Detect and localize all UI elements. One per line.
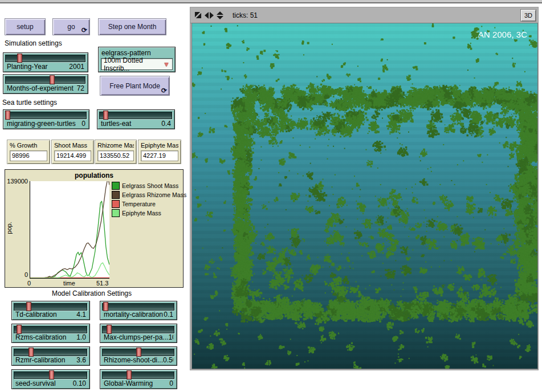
slider-value: 72 bbox=[77, 84, 84, 92]
monitor-label: Shoot Mass bbox=[54, 142, 91, 149]
seed-survival-slider[interactable]: seed-survival 0.10 bbox=[11, 369, 90, 389]
go-button-label: go bbox=[67, 23, 75, 31]
plot-legend: Eelgrass Shoot Mass Eelgrass Rhizome Mas… bbox=[112, 181, 186, 218]
slider-handle[interactable] bbox=[127, 370, 132, 379]
slider-value: 0.1 bbox=[164, 311, 173, 318]
td-calibration-slider[interactable]: Td-calibration 4.1 bbox=[11, 301, 90, 320]
chooser-dropdown[interactable]: 100m Dotted Inscrib... ▼ bbox=[101, 58, 173, 70]
y-axis-max-label: 139000 bbox=[5, 178, 28, 185]
step-one-month-button[interactable]: Step one Month bbox=[98, 18, 166, 35]
planting-year-slider[interactable]: Planting-Year 2001 bbox=[3, 52, 88, 72]
slider-track[interactable] bbox=[102, 303, 174, 311]
slider-track[interactable] bbox=[102, 326, 174, 333]
slider-label: mortality-calibration bbox=[104, 311, 163, 318]
legend-swatch-rhizome bbox=[112, 191, 120, 199]
monitor-value: 133550.52 bbox=[97, 150, 134, 161]
y-axis-title: pop. bbox=[6, 208, 13, 248]
legend-swatch-epiphyte bbox=[112, 209, 120, 217]
legend-entry: Epiphyte Mass bbox=[112, 209, 186, 218]
slider-label: migrating-green-turtles bbox=[7, 120, 76, 128]
slider-label: Planting-Year bbox=[7, 63, 48, 71]
slider-track[interactable] bbox=[99, 112, 172, 119]
slider-track[interactable] bbox=[5, 112, 87, 119]
global-warming-slider[interactable]: Global-Warming 0 bbox=[100, 369, 177, 389]
step-one-month-label: Step one Month bbox=[108, 23, 157, 31]
monitor-label: Epiphyte Mass bbox=[141, 142, 178, 149]
world-view-widget: ticks: 51 3D bbox=[190, 7, 539, 370]
slider-value: 0.50 bbox=[163, 356, 173, 364]
slider-label: turtles-eat bbox=[101, 120, 131, 128]
slider-track[interactable] bbox=[14, 371, 87, 379]
slider-label: Months-of-experiment bbox=[7, 84, 74, 92]
slider-track[interactable] bbox=[102, 349, 174, 356]
slider-handle[interactable] bbox=[28, 348, 34, 357]
world-canvas[interactable] bbox=[192, 23, 537, 369]
monitor-value: 98996 bbox=[10, 150, 47, 161]
legend-swatch-temperature bbox=[112, 200, 120, 208]
slider-label: Rzms-calibration bbox=[15, 333, 66, 341]
slider-label: Td-calibration bbox=[15, 311, 57, 318]
y-axis-min-label: 0 bbox=[5, 271, 28, 278]
growth-monitor: % Growth 98996 bbox=[7, 140, 50, 164]
legend-swatch-shoot bbox=[112, 182, 120, 190]
3d-view-button[interactable]: 3D bbox=[520, 9, 536, 22]
go-button[interactable]: go ⟳ bbox=[52, 18, 90, 35]
horizontal-arrows-icon[interactable] bbox=[205, 12, 214, 19]
view-header: ticks: 51 3D bbox=[190, 7, 538, 23]
shoot-mass-monitor: Shoot Mass 19214.499 bbox=[51, 140, 94, 164]
slider-value: 0 bbox=[169, 379, 173, 387]
free-plant-mode-label: Free Plant Mode bbox=[109, 82, 160, 90]
slider-track[interactable] bbox=[102, 371, 174, 379]
mortality-calibration-slider[interactable]: mortality-calibration 0.1 bbox=[100, 301, 177, 320]
slider-handle[interactable] bbox=[50, 75, 55, 84]
slider-track[interactable] bbox=[14, 326, 87, 333]
months-of-experiment-slider[interactable]: Months-of-experiment 72 bbox=[3, 74, 88, 94]
monitor-value: 19214.499 bbox=[54, 150, 91, 161]
simulation-settings-label: Simulation settings bbox=[5, 39, 62, 47]
plot-title: populations bbox=[5, 172, 183, 179]
slider-value: 1.0 bbox=[76, 333, 86, 341]
slider-label: Max-clumps-per-pa... bbox=[104, 333, 168, 341]
slider-value: 4.1 bbox=[76, 311, 86, 318]
turtles-eat-slider[interactable]: turtles-eat 0.4 bbox=[97, 109, 175, 129]
view-size-icon[interactable] bbox=[194, 11, 202, 19]
slider-track[interactable] bbox=[14, 349, 87, 356]
monitor-label: Rhizome Mass bbox=[97, 142, 134, 149]
forever-icon: ⟳ bbox=[81, 26, 87, 34]
rhizome-shoot-slider[interactable]: Rhizome-shoot-di... 0.50 bbox=[100, 346, 177, 366]
slider-handle[interactable] bbox=[103, 111, 108, 120]
slider-handle[interactable] bbox=[26, 302, 31, 311]
legend-entry: Eelgrass Rhizome Mass bbox=[112, 190, 186, 199]
slider-handle[interactable] bbox=[136, 348, 141, 357]
netlogo-app: setup go ⟳ Step one Month Simulation set… bbox=[0, 0, 542, 392]
slider-value: 0 bbox=[81, 120, 85, 128]
monitor-label: % Growth bbox=[10, 142, 47, 149]
slider-track[interactable] bbox=[5, 76, 85, 84]
max-clumps-slider[interactable]: Max-clumps-per-pa... 10 bbox=[100, 324, 177, 343]
migrating-green-turtles-slider[interactable]: migrating-green-turtles 0 bbox=[3, 109, 89, 129]
slider-handle[interactable] bbox=[17, 54, 22, 63]
populations-plot: populations 139000 0 pop. 0 time 51.3 Ee… bbox=[5, 169, 184, 288]
free-plant-mode-button[interactable]: Free Plant Mode ⟳ bbox=[100, 76, 170, 96]
setup-button[interactable]: setup bbox=[5, 18, 46, 35]
legend-label: Eelgrass Shoot Mass bbox=[122, 182, 178, 189]
legend-label: Eelgrass Rhizome Mass bbox=[122, 191, 186, 198]
slider-handle[interactable] bbox=[5, 111, 10, 120]
chooser-selected-value: 100m Dotted Inscrib... bbox=[104, 56, 163, 72]
x-axis-max-label: 51.3 bbox=[96, 280, 108, 287]
rzms-calibration-slider[interactable]: Rzms-calibration 1.0 bbox=[11, 324, 90, 343]
vertical-arrows-icon[interactable] bbox=[217, 11, 223, 19]
rhizome-mass-monitor: Rhizome Mass 133550.52 bbox=[95, 140, 137, 164]
slider-handle[interactable] bbox=[49, 370, 54, 379]
slider-track[interactable] bbox=[14, 303, 87, 311]
slider-track[interactable] bbox=[5, 55, 85, 62]
slider-handle[interactable] bbox=[107, 325, 112, 334]
slider-label: Global-Warming bbox=[104, 379, 153, 387]
monitor-value: 4227.19 bbox=[141, 150, 178, 161]
ticks-counter: ticks: 51 bbox=[233, 11, 258, 19]
slider-handle[interactable] bbox=[103, 302, 108, 311]
slider-handle[interactable] bbox=[17, 325, 22, 334]
plot-canvas bbox=[30, 181, 109, 278]
legend-label: Epiphyte Mass bbox=[122, 210, 161, 217]
rzmr-calibration-slider[interactable]: Rzmr-calibration 3.6 bbox=[11, 346, 90, 366]
